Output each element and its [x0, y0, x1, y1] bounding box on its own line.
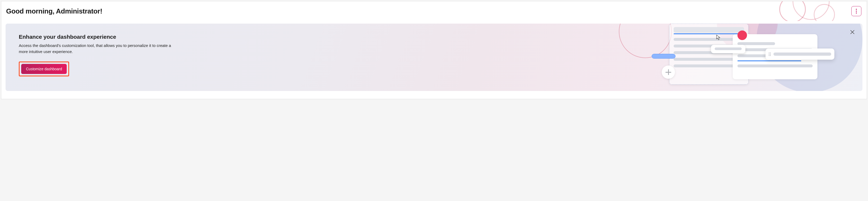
header-decoration [761, 1, 808, 21]
banner-content: Enhance your dashboard experience Access… [19, 34, 183, 76]
illustration-drag-chip [711, 45, 745, 53]
drag-grip-icon [769, 53, 771, 56]
banner-illustration [653, 24, 846, 91]
customize-dashboard-banner: Enhance your dashboard experience Access… [6, 24, 862, 91]
illustration-panel-front [766, 49, 834, 60]
svg-point-2 [856, 12, 857, 13]
customize-dashboard-button[interactable]: Customize dashboard [21, 64, 67, 74]
banner-description: Access the dashboard's customization too… [19, 43, 173, 55]
more-options-button[interactable] [851, 6, 861, 16]
svg-point-1 [856, 10, 857, 12]
plus-icon [662, 65, 675, 79]
cursor-icon [716, 35, 721, 40]
page-title: Good morning, Administrator! [6, 7, 102, 16]
cta-highlight-box: Customize dashboard [19, 61, 69, 76]
close-banner-button[interactable] [850, 29, 855, 35]
vertical-dots-icon [856, 9, 857, 13]
dashboard-page: Good morning, Administrator! Enhance you… [1, 1, 867, 99]
banner-title: Enhance your dashboard experience [19, 34, 183, 40]
page-header: Good morning, Administrator! [1, 1, 867, 21]
close-icon [850, 30, 855, 34]
banner-container: Enhance your dashboard experience Access… [1, 21, 867, 95]
svg-point-0 [856, 9, 857, 10]
illustration-drag-pill [652, 54, 676, 59]
